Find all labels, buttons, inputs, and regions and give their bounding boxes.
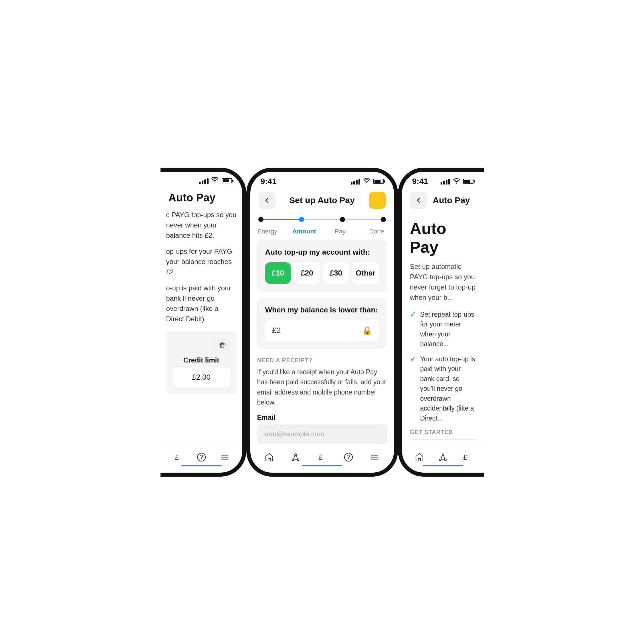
step-dot-1 (299, 217, 304, 222)
check-text-1: Your auto top-up is paid with your bank … (420, 354, 476, 423)
left-bottom-nav: £ ? (160, 444, 242, 473)
mid-time: 9:41 (261, 177, 277, 186)
nav-pound-icon[interactable]: £ (171, 450, 185, 465)
left-body: c PAYG top-ups so you never when your ba… (160, 210, 242, 444)
mid-phone: 9:41 Set up Auto Pay (246, 168, 398, 477)
step-dot-2 (340, 217, 345, 222)
left-title: Auto Pay (169, 192, 234, 204)
balance-card: When my balance is lower than: £2 🔒 (257, 298, 387, 349)
right-header: Auto Pay (402, 188, 484, 215)
left-body-text-1: c PAYG top-ups so you never when your ba… (166, 210, 237, 241)
mid-nav-home[interactable] (262, 450, 277, 465)
mid-scroll-area: Auto top-up my account with: £10 £20 £30… (250, 240, 394, 444)
mid-status-icons (351, 177, 384, 185)
nav-help-icon[interactable]: ? (194, 450, 209, 465)
svg-text:£: £ (463, 453, 467, 461)
balance-value: £2 (272, 326, 281, 335)
stepper (250, 213, 394, 228)
get-started-label: GET STARTED (410, 429, 476, 435)
wifi-icon (211, 177, 219, 185)
autopay-big-title: Auto Pay (410, 219, 476, 256)
amount-options: £10 £20 £30 Other (265, 262, 379, 284)
right-nav-connect[interactable] (435, 450, 450, 465)
stepper-labels: Energy Amount Pay Done (250, 228, 394, 240)
divider (410, 439, 476, 440)
amount-card: Auto top-up my account with: £10 £20 £30… (257, 240, 387, 292)
step-dot-3 (381, 217, 386, 222)
thunder-icon: ⚡ (372, 195, 382, 205)
mid-nav-connect[interactable] (288, 450, 303, 465)
amount-btn-10[interactable]: £10 (265, 262, 291, 284)
thunder-button[interactable]: ⚡ (369, 192, 386, 209)
nav-menu-icon[interactable] (217, 450, 232, 465)
mid-nav-pound[interactable]: £ (314, 450, 329, 465)
battery-icon (222, 178, 232, 183)
svg-text:£: £ (175, 453, 179, 461)
mid-header: Set up Auto Pay ⚡ (250, 188, 394, 213)
email-placeholder: sam@example.com (263, 430, 324, 438)
step-line-2 (345, 219, 381, 220)
svg-line-9 (294, 455, 295, 459)
step-label-done: Done (365, 228, 388, 235)
mid-header-title: Set up Auto Pay (276, 195, 369, 205)
left-status-icons (199, 177, 232, 185)
back-button[interactable] (258, 192, 276, 209)
receipt-section: NEED A RECEIPT? If you'd like a receipt … (250, 355, 394, 444)
email-input[interactable]: sam@example.com (257, 424, 387, 443)
receipt-desc: If you'd like a receipt when your Auto P… (257, 367, 387, 408)
right-nav-home[interactable] (412, 450, 427, 465)
left-status-bar (160, 172, 242, 187)
right-time: 9:41 (412, 177, 428, 186)
svg-line-21 (441, 455, 442, 459)
amount-card-title: Auto top-up my account with: (265, 248, 379, 257)
credit-limit-value: £2.00 (173, 368, 230, 387)
right-status-bar: 9:41 (402, 172, 484, 188)
step-label-amount: Amount (292, 228, 315, 235)
bottom-nav-indicator (181, 465, 221, 466)
amount-btn-other[interactable]: Other (352, 262, 379, 284)
left-header: Auto Pay (160, 187, 242, 210)
signal-bars-icon (199, 178, 209, 184)
right-header-title: Auto Pay (433, 195, 470, 205)
check-item-1: ✓ Your auto top-up is paid with your ban… (410, 354, 476, 423)
right-phone: 9:41 Auto Pay Auto (398, 168, 484, 477)
right-body: Auto Pay Set up automatic PAYG top-ups s… (402, 215, 484, 444)
svg-text:?: ? (347, 454, 350, 460)
check-icon-1: ✓ (410, 355, 416, 364)
svg-line-22 (443, 455, 445, 459)
amount-btn-30[interactable]: £30 (323, 262, 349, 284)
amount-btn-20[interactable]: £20 (294, 262, 320, 284)
email-label: Email (257, 413, 387, 421)
right-nav-pound[interactable]: £ (459, 450, 474, 465)
credit-limit-label: Credit limit (173, 356, 230, 364)
svg-text:£: £ (319, 453, 323, 461)
mid-wifi-icon (363, 177, 370, 185)
step-label-energy: Energy (256, 228, 279, 235)
step-label-pay: Pay (329, 228, 352, 235)
mid-signal-icon (351, 178, 360, 185)
autopay-desc: Set up automatic PAYG top-ups so you nev… (410, 261, 476, 303)
right-back-button[interactable] (410, 192, 427, 209)
right-battery-icon (463, 179, 473, 184)
step-line-0 (263, 219, 299, 220)
right-wifi-icon (453, 178, 460, 185)
left-phone: Auto Pay c PAYG top-ups so you never whe… (160, 168, 246, 477)
mid-nav-indicator (302, 465, 342, 466)
delete-icon-wrap: 🗑 (173, 338, 230, 353)
check-text-0: Set repeat top-ups for your meter when y… (420, 310, 476, 349)
check-icon-0: ✓ (410, 310, 416, 319)
check-item-0: ✓ Set repeat top-ups for your meter when… (410, 310, 476, 349)
credit-limit-section: 🗑 Credit limit £2.00 (166, 331, 237, 394)
lock-icon: 🔒 (362, 326, 372, 335)
delete-icon[interactable]: 🗑 (215, 338, 230, 353)
mid-battery-icon (373, 179, 384, 184)
mid-nav-menu[interactable] (367, 450, 382, 465)
left-body-text-3: o-up is paid with your bank ll never go … (166, 283, 237, 324)
left-body-text-2: op-ups for your PAYG your balance reache… (166, 246, 237, 277)
svg-text:?: ? (200, 454, 203, 460)
mid-nav-help[interactable]: ? (341, 450, 356, 465)
right-bottom-nav: £ (402, 444, 484, 473)
right-signal-icon (441, 178, 450, 185)
left-content: c PAYG top-ups so you never when your ba… (160, 210, 242, 444)
mid-status-bar: 9:41 (250, 172, 394, 188)
